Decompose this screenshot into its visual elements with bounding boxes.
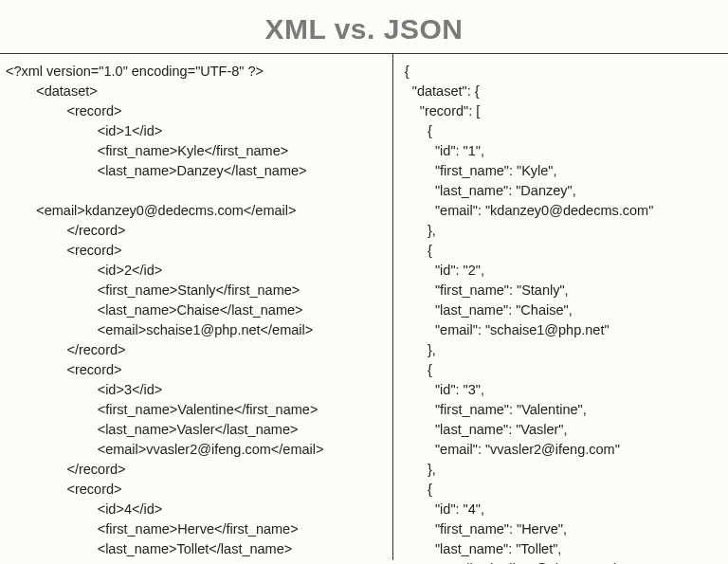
xml-line: <last_name>Tollet</last_name>: [6, 541, 292, 556]
xml-line: <first_name>Stanly</first_name>: [6, 282, 300, 298]
json-line: "id": "2",: [405, 263, 484, 278]
json-line: {: [405, 123, 432, 138]
xml-line: <id>2</id>: [6, 263, 162, 278]
xml-line: <id>4</id>: [6, 501, 162, 517]
json-line: {: [405, 482, 432, 497]
json-line: "dataset": {: [405, 83, 480, 99]
xml-line: </record>: [6, 223, 126, 238]
json-line: "last_name": "Tollet",: [405, 541, 562, 556]
json-line: "id": "3",: [405, 382, 484, 397]
xml-line: <?xml version="1.0" encoding="UTF-8" ?>: [6, 64, 264, 79]
json-line: "record": [: [405, 103, 481, 118]
json-line: {: [405, 243, 432, 258]
xml-line: <id>1</id>: [6, 123, 162, 138]
json-line: },: [405, 223, 436, 238]
xml-line: <email>schaise1@php.net</email>: [6, 322, 313, 337]
xml-line: <email>kdanzey0@dedecms.com</email>: [6, 203, 296, 218]
json-line: "last_name": "Danzey",: [405, 183, 576, 198]
json-line: "id": "4",: [405, 501, 484, 517]
json-line: {: [405, 362, 432, 377]
page-title: XML vs. JSON: [0, 0, 728, 53]
xml-line: <last_name>Chaise</last_name>: [6, 302, 303, 318]
json-line: "email": "schaise1@php.net": [405, 322, 610, 337]
json-line: "email": "kdanzey0@dedecms.com": [405, 203, 654, 218]
xml-line: <first_name>Kyle</first_name>: [6, 143, 288, 158]
xml-line: <email>vvasler2@ifeng.com</email>: [6, 442, 323, 457]
json-line: "last_name": "Chaise",: [405, 302, 573, 318]
xml-line: <first_name>Herve</first_name>: [6, 521, 299, 537]
xml-line: <record>: [6, 482, 122, 497]
json-line: },: [405, 462, 436, 477]
xml-line: <last_name>Danzey</last_name>: [6, 163, 307, 178]
xml-line: <first_name>Valentine</first_name>: [6, 402, 318, 417]
json-column: { "dataset": { "record": [ { "id": "1", …: [393, 54, 728, 560]
json-line: "id": "1",: [405, 143, 484, 158]
xml-line: <last_name>Vasler</last_name>: [6, 422, 298, 437]
json-line: "email": "vvasler2@ifeng.com": [405, 442, 620, 457]
xml-line: <record>: [6, 362, 122, 377]
json-line: "last_name": "Vasler",: [405, 422, 568, 437]
xml-line: <id>3</id>: [6, 382, 162, 397]
json-line: "first_name": "Stanly",: [405, 282, 569, 298]
json-line: {: [405, 64, 410, 79]
xml-line: <record>: [6, 243, 122, 258]
json-line: "first_name": "Kyle",: [405, 163, 557, 178]
xml-column: <?xml version="1.0" encoding="UTF-8" ?> …: [0, 54, 393, 560]
xml-line: </record>: [6, 342, 126, 357]
xml-line: <dataset>: [6, 83, 98, 99]
json-line: "first_name": "Herve",: [405, 521, 567, 537]
comparison-container: <?xml version="1.0" encoding="UTF-8" ?> …: [0, 53, 728, 560]
json-line: },: [405, 342, 436, 357]
xml-line: </record>: [6, 462, 126, 477]
json-line: "first_name": "Valentine",: [405, 402, 587, 417]
xml-line: <record>: [6, 103, 122, 118]
